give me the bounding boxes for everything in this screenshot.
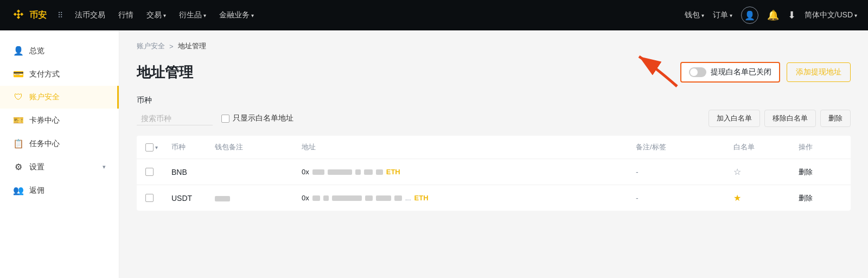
address-cell: 0x ... ETH — [302, 194, 636, 202]
remark-cell: - — [636, 194, 733, 203]
breadcrumb: 账户安全 > 地址管理 — [137, 41, 851, 51]
whitelist-only-filter[interactable]: 只显示白名单地址 — [221, 113, 293, 123]
page-title: 地址管理 — [137, 63, 193, 82]
sidebar-item-referral[interactable]: 👥 返佣 — [0, 179, 119, 202]
sidebar-item-payment[interactable]: 💳 支付方式 — [0, 62, 119, 86]
sidebar-label-voucher: 卡券中心 — [29, 116, 60, 125]
language-selector[interactable]: 简体中文/USD ▾ — [805, 10, 857, 20]
whitelist-toggle-button[interactable]: 提现白名单已关闭 — [680, 62, 780, 83]
sidebar-item-overview[interactable]: 👤 总览 — [0, 39, 119, 62]
top-navigation: 币安 ⠿ 法币交易 行情 交易 ▾ 衍生品 ▾ 金融业务 ▾ 钱包 ▾ 订单 ▾… — [0, 0, 868, 30]
chevron-down-icon: ▾ — [163, 12, 166, 18]
currency-label: 币种 — [137, 96, 851, 105]
logo[interactable]: 币安 — [11, 8, 47, 23]
notification-icon[interactable]: 🔔 — [767, 9, 779, 21]
nav-right: 钱包 ▾ 订单 ▾ 👤 🔔 ⬇ 简体中文/USD ▾ — [685, 7, 857, 24]
breadcrumb-parent[interactable]: 账户安全 — [137, 41, 165, 51]
chevron-down-icon[interactable]: ▾ — [155, 144, 158, 150]
row-checkbox-cell — [145, 168, 171, 176]
add-address-button[interactable]: 添加提现地址 — [787, 62, 851, 82]
nav-item-finance[interactable]: 金融业务 ▾ — [214, 7, 259, 23]
wallet-nav-item[interactable]: 钱包 ▾ — [685, 10, 704, 20]
whitelist-only-checkbox[interactable] — [221, 115, 229, 123]
whitelist-toggle-label: 提现白名单已关闭 — [711, 67, 771, 77]
currency-search-input[interactable] — [137, 112, 213, 125]
remark-cell: - — [636, 168, 733, 176]
sidebar-label-security: 账户安全 — [29, 92, 60, 102]
operation-cell: 删除 — [799, 193, 842, 203]
grid-menu-icon[interactable]: ⠿ — [58, 11, 63, 20]
filter-row: 只显示白名单地址 加入白名单 移除白名单 删除 — [137, 110, 851, 127]
payment-icon: 💳 — [13, 69, 24, 79]
main-layout: 👤 总览 💳 支付方式 🛡 账户安全 🎫 卡券中心 📋 任务中心 ⚙ 设置 ▾ … — [0, 30, 868, 278]
address-blur-1 — [312, 169, 324, 175]
table-header: ▾ 币种 钱包备注 地址 备注/标签 白名单 操作 — [137, 136, 851, 159]
nav-item-market[interactable]: 行情 — [113, 7, 139, 23]
sidebar-item-voucher[interactable]: 🎫 卡券中心 — [0, 109, 119, 132]
select-all-checkbox[interactable] — [145, 143, 154, 151]
star-icon[interactable]: ☆ — [733, 167, 741, 176]
operation-cell: 删除 — [799, 167, 842, 177]
ellipsis: ... — [405, 194, 411, 202]
address-prefix: 0x — [302, 168, 309, 176]
header-currency: 币种 — [171, 142, 215, 152]
address-cell: 0x ETH — [302, 168, 636, 176]
voucher-icon: 🎫 — [13, 115, 24, 125]
page-header: 地址管理 提现白名单已关闭 添加提现地址 — [137, 62, 851, 83]
add-to-whitelist-button[interactable]: 加入白名单 — [709, 110, 760, 127]
sidebar-item-task[interactable]: 📋 任务中心 — [0, 132, 119, 155]
settings-icon: ⚙ — [13, 162, 24, 172]
header-remark: 备注/标签 — [636, 142, 733, 152]
overview-icon: 👤 — [13, 46, 24, 56]
chevron-down-icon: ▾ — [203, 12, 206, 18]
task-icon: 📋 — [13, 138, 24, 149]
remove-from-whitelist-button[interactable]: 移除白名单 — [764, 110, 816, 127]
address-blur-4 — [365, 195, 373, 201]
row-select-checkbox[interactable] — [145, 194, 154, 202]
address-blur-3 — [355, 169, 361, 175]
toggle-switch — [689, 67, 706, 77]
referral-icon: 👥 — [13, 185, 24, 195]
currency-cell: USDT — [171, 194, 215, 203]
nav-item-fiat[interactable]: 法币交易 — [69, 7, 111, 23]
table-row: BNB 0x ETH - ☆ 删除 — [137, 159, 851, 185]
row-select-checkbox[interactable] — [145, 168, 154, 176]
network-badge: ETH — [414, 194, 429, 202]
filter-actions: 加入白名单 移除白名单 删除 — [709, 110, 851, 127]
header-note: 钱包备注 — [215, 142, 302, 152]
header-address: 地址 — [302, 142, 636, 152]
delete-button[interactable]: 删除 — [799, 194, 813, 202]
orders-nav-item[interactable]: 订单 ▾ — [713, 10, 732, 20]
sidebar-label-settings: 设置 — [29, 162, 44, 172]
table-row: USDT 0x ... ETH - ★ — [137, 185, 851, 211]
address-prefix: 0x — [302, 194, 309, 202]
sidebar-item-security[interactable]: 🛡 账户安全 — [0, 86, 119, 109]
sidebar: 👤 总览 💳 支付方式 🛡 账户安全 🎫 卡券中心 📋 任务中心 ⚙ 设置 ▾ … — [0, 30, 119, 278]
batch-delete-button[interactable]: 删除 — [820, 110, 851, 127]
delete-button[interactable]: 删除 — [799, 168, 813, 176]
breadcrumb-separator: > — [169, 42, 174, 50]
header-whitelist: 白名单 — [733, 142, 799, 152]
note-blur — [215, 196, 230, 201]
chevron-down-icon: ▾ — [701, 12, 704, 18]
address-blur-5 — [376, 169, 383, 175]
sidebar-item-settings[interactable]: ⚙ 设置 ▾ — [0, 155, 119, 179]
address-blur-5 — [376, 195, 391, 201]
sidebar-label-payment: 支付方式 — [29, 70, 60, 79]
sidebar-label-task: 任务中心 — [29, 139, 60, 149]
chevron-down-icon: ▾ — [730, 12, 732, 18]
header-actions: 提现白名单已关闭 添加提现地址 — [680, 62, 851, 83]
whitelist-star-cell: ☆ — [733, 167, 799, 177]
star-icon[interactable]: ★ — [733, 193, 741, 203]
address-blur-2 — [328, 169, 352, 175]
nav-item-trade[interactable]: 交易 ▾ — [141, 7, 171, 23]
download-icon[interactable]: ⬇ — [788, 9, 796, 21]
main-content: 账户安全 > 地址管理 地址管理 提现白名单已关闭 — [119, 30, 868, 278]
security-icon: 🛡 — [13, 92, 24, 102]
profile-icon[interactable]: 👤 — [741, 7, 758, 24]
sidebar-label-referral: 返佣 — [29, 186, 44, 195]
address-blur-3 — [332, 195, 362, 201]
nav-items: 法币交易 行情 交易 ▾ 衍生品 ▾ 金融业务 ▾ — [69, 7, 685, 23]
nav-item-derivatives[interactable]: 衍生品 ▾ — [174, 7, 212, 23]
address-blur-1 — [312, 195, 320, 201]
